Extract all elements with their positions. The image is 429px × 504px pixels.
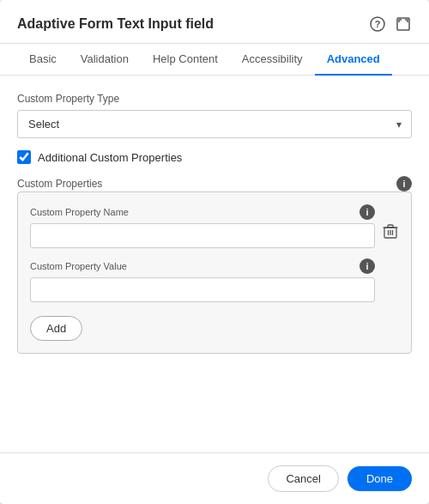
custom-property-type-label: Custom Property Type <box>17 93 412 105</box>
property-value-label: Custom Property Value <box>30 261 127 271</box>
additional-custom-properties-checkbox[interactable] <box>17 150 31 164</box>
tab-help-content[interactable]: Help Content <box>141 44 230 76</box>
add-property-button[interactable]: Add <box>30 316 82 341</box>
dialog-body: Custom Property Type Select ▾ Additional… <box>0 76 429 452</box>
property-value-group: Custom Property Value i <box>30 258 375 302</box>
dialog-footer: Cancel Done <box>0 452 429 504</box>
custom-property-type-field: Custom Property Type Select ▾ <box>17 93 412 138</box>
tab-validation[interactable]: Validation <box>69 44 141 76</box>
dialog-header: Adaptive Form Text Input field ? <box>0 0 429 44</box>
header-icons: ? <box>369 15 412 33</box>
custom-properties-label: Custom Properties <box>17 178 102 190</box>
tab-basic[interactable]: Basic <box>17 44 69 76</box>
custom-property-type-select[interactable]: Select <box>17 110 412 138</box>
tab-accessibility[interactable]: Accessibility <box>230 44 315 76</box>
svg-text:?: ? <box>375 19 381 29</box>
additional-custom-properties-row: Additional Custom Properties <box>17 150 412 164</box>
custom-properties-section: Custom Properties i Custom Property Name… <box>17 176 412 354</box>
property-value-label-row: Custom Property Value i <box>30 258 375 274</box>
property-name-label: Custom Property Name <box>30 207 129 217</box>
dialog-title: Adaptive Form Text Input field <box>17 16 214 32</box>
additional-custom-properties-label: Additional Custom Properties <box>38 151 182 164</box>
property-row: Custom Property Name i Custom Property V… <box>30 204 399 313</box>
delete-property-icon[interactable] <box>382 223 399 240</box>
property-name-input[interactable] <box>30 223 375 248</box>
expand-icon[interactable] <box>395 15 412 33</box>
property-name-info-icon[interactable]: i <box>360 204 375 220</box>
property-value-info-icon[interactable]: i <box>360 258 375 274</box>
svg-rect-5 <box>388 225 393 228</box>
custom-properties-info-icon[interactable]: i <box>396 176 412 191</box>
dialog-container: Adaptive Form Text Input field ? Basic V… <box>0 0 429 504</box>
cancel-button[interactable]: Cancel <box>268 465 338 492</box>
custom-properties-box: Custom Property Name i Custom Property V… <box>17 191 412 354</box>
tabs-container: Basic Validation Help Content Accessibil… <box>0 44 429 76</box>
property-value-input[interactable] <box>30 277 375 302</box>
help-icon[interactable]: ? <box>369 15 386 33</box>
select-wrapper: Select ▾ <box>17 110 412 138</box>
property-name-label-row: Custom Property Name i <box>30 204 375 220</box>
custom-properties-label-row: Custom Properties i <box>17 176 412 191</box>
property-name-group: Custom Property Name i <box>30 204 375 248</box>
done-button[interactable]: Done <box>347 466 412 491</box>
property-fields: Custom Property Name i Custom Property V… <box>30 204 375 313</box>
tab-advanced[interactable]: Advanced <box>315 44 392 76</box>
